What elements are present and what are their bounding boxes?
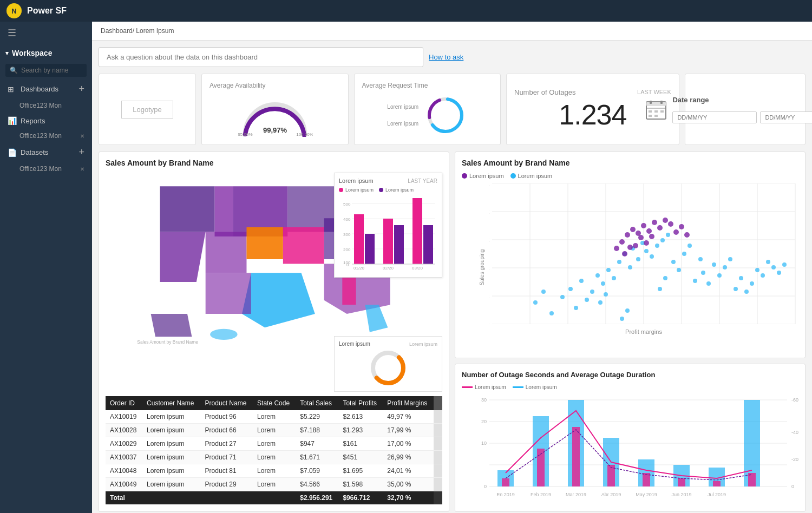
- svg-text:Abr 2019: Abr 2019: [601, 492, 621, 497]
- svg-point-70: [541, 290, 546, 294]
- svg-text:Jul 2019: Jul 2019: [708, 492, 726, 497]
- svg-text:-600: -600: [791, 397, 798, 403]
- svg-point-69: [533, 300, 538, 305]
- sidebar-item-datasets[interactable]: 📄 Datasets +: [0, 142, 92, 162]
- svg-text:$25K: $25K: [489, 183, 489, 187]
- svg-point-95: [682, 252, 686, 256]
- scatter-svg: $25K $20K $15K $10K $5K $0K 10% 15% 20% …: [489, 183, 798, 324]
- qa-input[interactable]: [99, 47, 423, 67]
- svg-point-77: [590, 290, 594, 294]
- table-total-row: Total$2.956.291$966.71232,70 %: [106, 491, 442, 505]
- y-axis-label: Sales grouping: [479, 249, 485, 286]
- svg-text:0: 0: [484, 484, 487, 489]
- svg-point-99: [598, 300, 603, 305]
- sub-label: Office123 Mon: [19, 132, 62, 140]
- svg-text:Sales Amount by Brand Name: Sales Amount by Brand Name: [137, 339, 198, 345]
- svg-point-134: [684, 232, 690, 238]
- outages-value: 1.234: [559, 98, 626, 131]
- menu-icon[interactable]: ☰: [0, 22, 92, 44]
- svg-text:May 2019: May 2019: [636, 492, 657, 497]
- close-icon[interactable]: ✕: [80, 166, 84, 172]
- table-row: AX10019Lorem ipsumProduct 96Lorem$5.229$…: [106, 410, 442, 424]
- svg-text:Jun 2019: Jun 2019: [671, 492, 691, 497]
- svg-text:100,00%: 100,00%: [296, 132, 313, 137]
- svg-point-112: [739, 276, 743, 280]
- svg-text:10: 10: [481, 440, 487, 446]
- svg-point-128: [652, 220, 657, 225]
- svg-point-92: [666, 233, 670, 237]
- outage-chart-svg: 30 20 10 0 -600 -400 -200 0: [462, 394, 798, 503]
- svg-text:95,00%: 95,00%: [238, 132, 252, 137]
- close-icon[interactable]: ✕: [80, 133, 84, 139]
- svg-rect-30: [383, 219, 393, 264]
- search-input[interactable]: [21, 67, 82, 74]
- svg-point-78: [595, 273, 600, 278]
- sidebar-item-office123-reports[interactable]: Office123 Mon ✕: [0, 129, 92, 142]
- main-content: Dashboard/ Lorem Ipsum How to ask Logoty…: [92, 22, 812, 513]
- svg-rect-168: [713, 481, 721, 486]
- svg-rect-162: [502, 478, 509, 486]
- table-row: AX10049Lorem ipsumProduct 29Lorem$4.566$…: [106, 478, 442, 491]
- svg-point-104: [663, 276, 667, 280]
- workspace-item[interactable]: ▾ Workspace: [0, 44, 92, 62]
- daterange-to[interactable]: [760, 111, 812, 123]
- svg-point-126: [641, 223, 646, 228]
- logo-label: Logotype: [121, 101, 173, 119]
- bar-chart-period: LAST YEAR: [408, 178, 437, 184]
- svg-point-113: [744, 290, 749, 294]
- svg-point-88: [644, 249, 649, 253]
- donut-svg: [369, 349, 407, 387]
- svg-text:0: 0: [346, 262, 349, 267]
- bar-legend-1: Lorem ipsum: [345, 187, 374, 193]
- breadcrumb: Dashboard/ Lorem Ipsum: [92, 22, 812, 41]
- daterange-from[interactable]: [672, 111, 757, 123]
- svg-point-90: [655, 244, 659, 248]
- svg-rect-9: [660, 101, 663, 104]
- outages-header: Number of Outages LAST WEEK: [514, 88, 671, 96]
- svg-point-121: [614, 246, 619, 251]
- svg-point-91: [660, 238, 665, 242]
- svg-point-111: [734, 287, 738, 291]
- sidebar-item-office123-dashboards[interactable]: Office123 Mon: [0, 99, 92, 112]
- datasets-icon: 📄: [8, 148, 16, 157]
- svg-point-110: [728, 257, 732, 261]
- search-box[interactable]: 🔍: [5, 64, 87, 77]
- svg-text:$10K: $10K: [489, 266, 489, 271]
- svg-point-82: [617, 260, 621, 264]
- how-to-ask-link[interactable]: How to ask: [429, 53, 463, 61]
- sidebar-item-office123-datasets[interactable]: Office123 Mon ✕: [0, 162, 92, 175]
- sidebar-item-dashboards[interactable]: ⊞ Dashboards +: [0, 79, 92, 99]
- svg-text:02/20: 02/20: [383, 266, 394, 271]
- outages-title: Number of Outages: [514, 88, 575, 96]
- sidebar: ☰ ▾ Workspace 🔍 ⊞ Dashboards + Office123…: [0, 22, 92, 513]
- svg-text:Feb 2019: Feb 2019: [531, 492, 551, 497]
- svg-point-89: [650, 254, 654, 259]
- svg-point-114: [750, 281, 754, 286]
- svg-point-129: [657, 225, 663, 231]
- scatter-card: Sales Amount by Brand Name Lorem ipsum L…: [455, 152, 806, 358]
- add-dataset-button[interactable]: +: [78, 147, 84, 158]
- svg-text:0: 0: [791, 484, 794, 489]
- bar-chart-svg: 500 400 300 200 100: [339, 195, 436, 271]
- data-table-container: Order ID Customer Name Product Name Stat…: [106, 396, 442, 505]
- svg-point-86: [636, 257, 640, 261]
- us-map-container: Sales Amount by Brand Name Lorem ipsum L…: [106, 173, 442, 392]
- col-scroll: [434, 396, 442, 410]
- outage-chart-title: Number of Outage Seconds and Average Out…: [462, 371, 798, 379]
- outage-legend-1: Lorem ipsum: [475, 384, 506, 390]
- add-dashboard-button[interactable]: +: [78, 83, 84, 95]
- svg-point-16: [210, 329, 238, 340]
- svg-point-137: [644, 240, 649, 246]
- svg-text:$20K: $20K: [489, 209, 489, 215]
- request-label2: Lorem ipsum: [387, 121, 418, 127]
- svg-point-94: [677, 268, 681, 272]
- sidebar-item-reports[interactable]: 📊 Reports: [0, 112, 92, 129]
- svg-text:$5K: $5K: [489, 294, 489, 299]
- svg-point-130: [663, 218, 668, 223]
- svg-point-93: [671, 260, 676, 264]
- svg-rect-29: [365, 234, 375, 264]
- svg-text:-400: -400: [791, 430, 798, 435]
- x-axis-label: Profit margins: [489, 328, 798, 335]
- sidebar-datasets-label: Datasets: [21, 148, 48, 156]
- donut-title: Lorem ipsum: [339, 341, 370, 347]
